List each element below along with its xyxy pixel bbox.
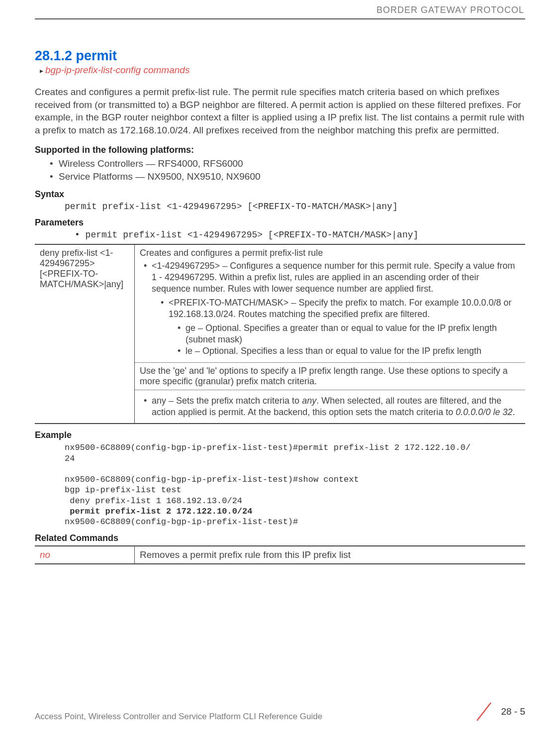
param-any-cell: any – Sets the prefix match criteria to …	[135, 390, 526, 424]
example-block: nx9500-6C8809(config-bgp-ip-prefix-list-…	[65, 442, 525, 527]
param-intro: Creates and configures a permit prefix-l…	[140, 248, 520, 258]
svg-line-0	[477, 703, 491, 721]
example-heading: Example	[35, 430, 525, 440]
param-bullet: <PREFIX-TO-MATCH/MASK> – Specify the pre…	[161, 297, 520, 357]
parameters-heading: Parameters	[35, 217, 525, 228]
footer-title: Access Point, Wireless Controller and Se…	[35, 712, 322, 722]
param-desc-cell: Creates and configures a permit prefix-l…	[135, 244, 526, 363]
parameters-table: deny prefix-list <1-4294967295> [<PREFIX…	[35, 244, 525, 425]
slash-icon	[474, 702, 494, 722]
section-title: 28.1.2 permit	[35, 48, 525, 64]
footer: Access Point, Wireless Controller and Se…	[35, 702, 525, 722]
running-head: BORDER GATEWAY PROTOCOL	[35, 5, 525, 15]
list-item: Service Platforms — NX9500, NX9510, NX96…	[50, 170, 525, 183]
breadcrumb: bgp-ip-prefix-list-config commands	[40, 65, 525, 76]
syntax-line: permit prefix-list <1-4294967295> [<PREF…	[65, 202, 525, 212]
param-bullet: le – Optional. Specifies a less than or …	[178, 345, 520, 357]
supported-list: Wireless Controllers — RFS4000, RFS6000 …	[50, 157, 525, 183]
list-item: Wireless Controllers — RFS4000, RFS6000	[50, 157, 525, 170]
related-desc: Removes a permit prefix rule from this I…	[135, 546, 526, 564]
syntax-heading: Syntax	[35, 189, 525, 200]
param-bullet: <1-4294967295> – Configures a sequence n…	[144, 260, 520, 357]
page: BORDER GATEWAY PROTOCOL 28.1.2 permit bg…	[0, 0, 560, 732]
parameters-line: • permit prefix-list <1-4294967295> [<PR…	[75, 230, 525, 240]
header-rule	[35, 18, 525, 19]
page-number: 28 - 5	[501, 706, 525, 717]
intro-paragraph: Creates and configures a permit prefix-l…	[35, 86, 525, 137]
param-note-cell: Use the 'ge' and 'le' options to specify…	[135, 362, 526, 390]
param-bullet: ge – Optional. Specifies a greater than …	[178, 323, 520, 346]
supported-heading: Supported in the following platforms:	[35, 145, 525, 155]
related-heading: Related Commands	[35, 533, 525, 543]
param-bullet: any – Sets the prefix match criteria to …	[144, 395, 520, 419]
related-table: no Removes a permit prefix rule from thi…	[35, 545, 525, 564]
related-cmd: no	[35, 546, 135, 564]
param-name-cell: deny prefix-list <1-4294967295> [<PREFIX…	[35, 244, 135, 424]
